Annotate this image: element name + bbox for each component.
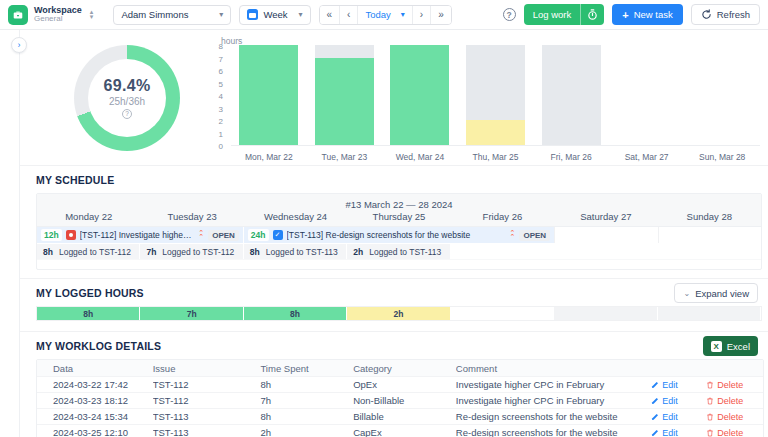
table-row: 2024-03-25 12:10 TST-113 2h CapEx Re-des… bbox=[37, 425, 763, 437]
calendar-icon bbox=[247, 9, 258, 20]
bar-column bbox=[231, 46, 307, 145]
chart-y-axis: 876543210 bbox=[205, 46, 227, 146]
bar[interactable] bbox=[315, 45, 374, 145]
logged-hours-bar: 8h 7h 8h 2h bbox=[36, 306, 762, 321]
nav-first-button[interactable]: « bbox=[320, 6, 341, 24]
timer-icon[interactable] bbox=[580, 4, 604, 25]
log-work-label: Log work bbox=[524, 9, 581, 20]
bar[interactable] bbox=[390, 45, 449, 145]
workspace-switcher[interactable]: Workspace General ▴▾ bbox=[8, 5, 93, 25]
schedule-logged-row: 8hLogged to TST-112 7hLogged to TST-112 … bbox=[37, 244, 761, 259]
chevron-down-icon: ▾ bbox=[299, 10, 303, 19]
chevron-updown-icon[interactable]: ▴▾ bbox=[90, 10, 94, 20]
delete-button[interactable]: Delete bbox=[706, 380, 763, 390]
nav-last-button[interactable]: » bbox=[431, 6, 451, 24]
period-select-value: Week bbox=[263, 9, 287, 20]
edit-button[interactable]: Edit bbox=[651, 380, 706, 390]
bar[interactable] bbox=[239, 45, 298, 145]
logged-hours-cell[interactable] bbox=[658, 307, 760, 320]
delete-button[interactable]: Delete bbox=[706, 412, 763, 422]
edit-button[interactable]: Edit bbox=[651, 428, 706, 437]
logged-hours-cell[interactable]: 7h bbox=[140, 307, 242, 320]
x-tick-label: Wed, Mar 24 bbox=[382, 152, 458, 162]
export-excel-button[interactable]: X Excel bbox=[703, 336, 758, 356]
schedule-table: #13 March 22 — 28 2024 Monday 22 Tuesday… bbox=[36, 193, 762, 270]
help-icon[interactable]: ? bbox=[122, 109, 132, 119]
bar-segment-logged bbox=[315, 58, 374, 146]
schedule-day-headers: Monday 22 Tuesday 23 Wednesday 24 Thursd… bbox=[37, 211, 761, 226]
edit-button[interactable]: Edit bbox=[651, 412, 706, 422]
expand-view-button[interactable]: ⌄ Expand view bbox=[674, 283, 758, 303]
logged-hours-cell[interactable]: 2h bbox=[347, 307, 449, 320]
worklog-date: 2024-03-23 18:12 bbox=[37, 395, 153, 406]
workspace-sublabel: General bbox=[34, 15, 82, 23]
table-row: 2024-03-23 18:12 TST-112 7h Non-Billable… bbox=[37, 393, 763, 409]
day-header: Tuesday 23 bbox=[140, 211, 243, 222]
logged-hours-cell[interactable]: 8h bbox=[244, 307, 346, 320]
logged-cell[interactable]: 7hLogged to TST-112 bbox=[140, 244, 242, 259]
worklog-comment: Investigate higher CPC in February bbox=[456, 379, 651, 390]
day-header: Sunday 28 bbox=[658, 211, 761, 222]
logged-hours-cell[interactable] bbox=[554, 307, 656, 320]
priority-highest-icon: ⌃⌃ bbox=[510, 231, 516, 239]
day-header: Monday 22 bbox=[37, 211, 140, 222]
worklog-date: 2024-03-24 15:34 bbox=[37, 411, 153, 422]
nav-next-button[interactable]: › bbox=[413, 6, 431, 24]
y-tick-label: 3 bbox=[219, 104, 223, 113]
y-tick-label: 8 bbox=[219, 42, 223, 51]
logged-hours-cell[interactable]: 8h bbox=[37, 307, 139, 320]
delete-button[interactable]: Delete bbox=[706, 396, 763, 406]
today-button[interactable]: Today ▾ bbox=[358, 6, 412, 24]
worklog-time: 7h bbox=[260, 395, 353, 406]
my-worklog-details-section: MY WORKLOG DETAILS X Excel Data Issue Ti… bbox=[20, 331, 768, 437]
logged-cell[interactable]: 8hLogged to TST-112 bbox=[37, 244, 139, 259]
donut-ratio: 25h/36h bbox=[109, 96, 145, 107]
log-work-button[interactable]: Log work bbox=[524, 4, 605, 25]
schedule-empty-cell bbox=[554, 244, 657, 259]
logged-cell[interactable]: 2hLogged to TST-113 bbox=[347, 244, 449, 259]
period-select[interactable]: Week ▾ bbox=[239, 5, 310, 25]
worklog-issue: TST-112 bbox=[153, 379, 261, 390]
worklog-time: 8h bbox=[260, 411, 353, 422]
plus-icon: + bbox=[622, 9, 628, 21]
my-schedule-section: MY SCHEDULE #13 March 22 — 28 2024 Monda… bbox=[20, 165, 768, 270]
delete-button[interactable]: Delete bbox=[706, 428, 763, 437]
new-task-button[interactable]: + New task bbox=[612, 4, 683, 25]
y-tick-label: 7 bbox=[219, 54, 223, 63]
logged-hours-cell[interactable] bbox=[451, 307, 553, 320]
day-header: Friday 26 bbox=[451, 211, 554, 222]
weekly-hours-bar-chart: hours 876543210 Mon, Mar 22Tue, Mar 23We… bbox=[205, 36, 760, 162]
worklog-time: 2h bbox=[260, 427, 353, 437]
chevron-down-icon: ▾ bbox=[401, 10, 405, 19]
worklog-category: Non-Billable bbox=[353, 395, 456, 406]
user-select[interactable]: Adam Simmons ▾ bbox=[113, 5, 231, 25]
worklog-date: 2024-03-22 17:42 bbox=[37, 379, 153, 390]
bug-icon bbox=[66, 230, 76, 240]
column-header-comment: Comment bbox=[456, 363, 651, 374]
edit-button[interactable]: Edit bbox=[651, 396, 706, 406]
bar-segment-logged bbox=[390, 45, 449, 145]
bar-segment-scheduled-remaining bbox=[315, 45, 374, 58]
bar-column bbox=[382, 46, 458, 145]
schedule-empty-cell bbox=[451, 244, 554, 259]
task-bar-tst-113[interactable]: 24h ✓ [TST-113] Re-design screenshots fo… bbox=[244, 227, 554, 243]
week-range-label: #13 March 22 — 28 2024 bbox=[37, 197, 761, 211]
refresh-button[interactable]: Refresh bbox=[691, 4, 760, 25]
x-tick-label: Sun, Mar 28 bbox=[684, 152, 760, 162]
day-header: Thursday 25 bbox=[347, 211, 450, 222]
new-task-label: New task bbox=[634, 9, 673, 20]
task-bar-tst-112[interactable]: 12h [TST-112] Investigate higher CPC in … bbox=[37, 227, 243, 243]
date-navigation: « ‹ Today ▾ › » bbox=[319, 5, 452, 25]
column-header-data: Data bbox=[37, 363, 153, 374]
help-icon[interactable]: ? bbox=[503, 8, 516, 21]
my-logged-hours-title: MY LOGGED HOURS bbox=[36, 287, 758, 299]
logged-cell[interactable]: 8hLogged to TST-113 bbox=[244, 244, 346, 259]
bar[interactable] bbox=[542, 45, 601, 145]
refresh-icon bbox=[701, 9, 712, 20]
nav-prev-button[interactable]: ‹ bbox=[340, 6, 358, 24]
status-badge: OPEN bbox=[208, 230, 239, 241]
sidebar-expand-button[interactable]: › bbox=[11, 37, 27, 53]
task-hours-badge: 24h bbox=[248, 229, 269, 241]
day-header: Wednesday 24 bbox=[244, 211, 347, 222]
bar[interactable] bbox=[466, 45, 525, 145]
